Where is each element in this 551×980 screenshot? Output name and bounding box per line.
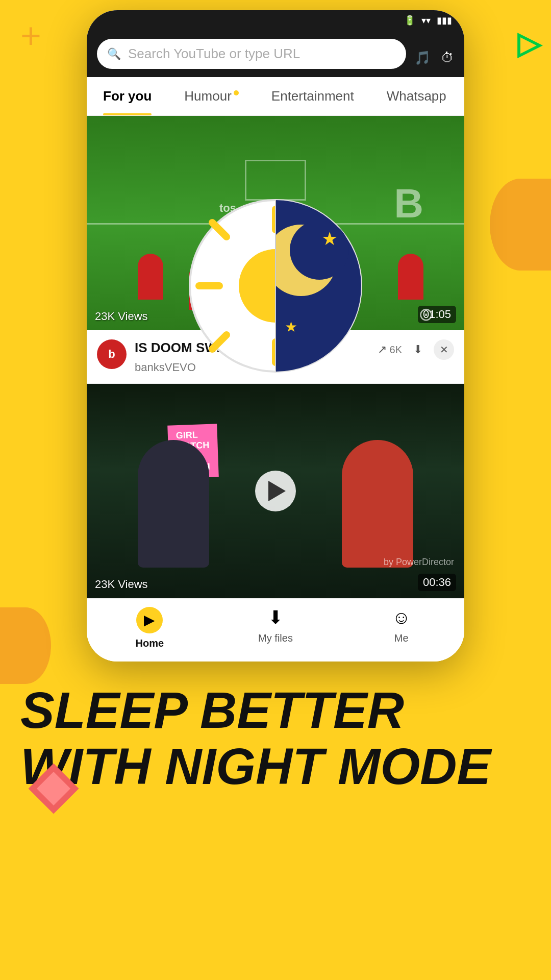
header-icons: 🎵 ⏱ bbox=[414, 50, 454, 66]
tab-entertainment[interactable]: Entertainment bbox=[255, 77, 370, 115]
battery-icon: 🔋 bbox=[404, 15, 415, 26]
video-duration-2: 00:36 bbox=[418, 574, 456, 591]
video-views-1: 23K Views bbox=[95, 310, 148, 323]
app-header: 🔍 Search YouTube or type URL 🎵 ⏱ bbox=[87, 31, 464, 77]
search-icon: 🔍 bbox=[107, 47, 121, 61]
nav-me-label: Me bbox=[394, 632, 409, 644]
watermark-2: by PowerDirector bbox=[384, 557, 454, 568]
share-icon-1: ↗ bbox=[378, 343, 387, 356]
tab-whatsapp[interactable]: Whatsapp bbox=[370, 77, 463, 115]
svg-text:★: ★ bbox=[321, 228, 338, 249]
play-button-2[interactable] bbox=[255, 471, 296, 511]
plus-decoration: + bbox=[20, 15, 41, 56]
download-button-1[interactable]: ⬇ bbox=[413, 343, 422, 356]
music-icon[interactable]: 🎵 bbox=[414, 50, 431, 66]
orange-blob-bottom bbox=[0, 607, 51, 684]
status-bar: 🔋 ▾▾ ▮▮▮ bbox=[87, 10, 464, 31]
my-files-icon: ⬇ bbox=[268, 607, 283, 628]
play-triangle-2 bbox=[268, 481, 286, 501]
nav-me[interactable]: ☺ Me bbox=[338, 607, 464, 649]
download-icon-1: ⬇ bbox=[413, 343, 422, 356]
day-night-icon: ★ ★ bbox=[189, 199, 362, 373]
svg-point-14 bbox=[290, 220, 349, 280]
svg-text:★: ★ bbox=[285, 319, 297, 335]
history-icon[interactable]: ⏱ bbox=[441, 50, 454, 66]
bottom-nav: ▶ Home ⬇ My files ☺ Me bbox=[87, 598, 464, 662]
promo-text-line1: SLEEP BETTER bbox=[20, 682, 531, 738]
diamond-decoration-bottom bbox=[26, 761, 82, 817]
search-placeholder-text: Search YouTube or type URL bbox=[128, 46, 396, 62]
home-icon: ▶ bbox=[136, 607, 163, 633]
video-views-2: 23K Views bbox=[95, 578, 148, 591]
me-icon: ☺ bbox=[392, 607, 411, 628]
nav-home-label: Home bbox=[136, 638, 164, 649]
wifi-icon: ▾▾ bbox=[421, 15, 431, 26]
video-thumbnail-2[interactable]: GIRLWATCHTHISWATCH 23K Views 00:36 by Po… bbox=[87, 384, 464, 598]
signal-icon: ▮▮▮ bbox=[437, 15, 452, 26]
orange-blob-top bbox=[490, 179, 551, 271]
nav-my-files[interactable]: ⬇ My files bbox=[213, 607, 339, 649]
tab-dot bbox=[234, 90, 239, 95]
tabs-bar: For you Humour Entertainment Whatsapp bbox=[87, 77, 464, 116]
nav-home[interactable]: ▶ Home bbox=[87, 607, 213, 649]
promo-text-line2: WITH NIGHT MODE bbox=[20, 738, 531, 794]
channel-avatar-1: b bbox=[97, 339, 127, 369]
promo-section: SLEEP BETTER WITH NIGHT MODE bbox=[0, 651, 551, 825]
tab-humour[interactable]: Humour bbox=[168, 77, 255, 115]
action-count-1: 6K bbox=[390, 344, 402, 356]
nav-my-files-label: My files bbox=[258, 632, 293, 644]
search-bar[interactable]: 🔍 Search YouTube or type URL bbox=[97, 39, 406, 69]
share-button-1[interactable]: ↗ 6K bbox=[378, 343, 402, 356]
video-card-2: GIRLWATCHTHISWATCH 23K Views 00:36 by Po… bbox=[87, 384, 464, 598]
tab-for-you[interactable]: For you bbox=[87, 77, 168, 115]
screenshot-icon-1: ⊙ bbox=[418, 304, 434, 325]
close-button-1[interactable]: ✕ bbox=[434, 339, 454, 360]
arrow-decoration: ▷ bbox=[517, 26, 541, 61]
video-actions-1: ↗ 6K ⬇ ✕ bbox=[378, 339, 454, 360]
